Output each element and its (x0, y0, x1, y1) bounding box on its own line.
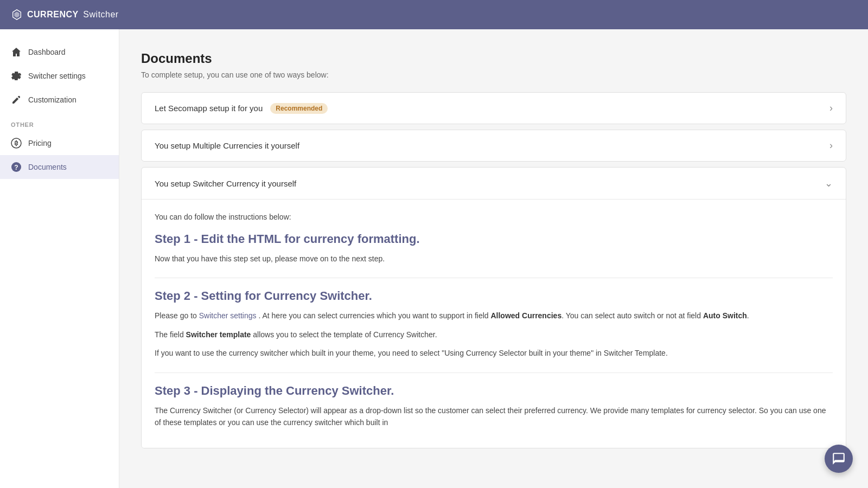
sidebar-item-switcher-settings[interactable]: Switcher settings (0, 64, 119, 88)
accordion-secomapp-left: Let Secomapp setup it for you Recommende… (155, 103, 328, 114)
chevron-down-icon: ⌄ (825, 177, 833, 189)
page-title: Documents (141, 51, 846, 66)
accordion-switcher-currency-header[interactable]: You setup Switcher Currency it yourself … (142, 168, 846, 199)
step3-title: Step 3 - Displaying the Currency Switche… (155, 384, 833, 398)
step-divider-2 (155, 373, 833, 373)
step1-paragraph-1: Now that you have this step set up, plea… (155, 253, 833, 265)
sidebar-section-other: OTHER (0, 112, 119, 131)
pen-icon (11, 94, 22, 105)
step1-title: Step 1 - Edit the HTML for currency form… (155, 232, 833, 246)
topbar: CURRENCY Switcher (0, 0, 868, 29)
sidebar-item-customization-label: Customization (28, 95, 76, 104)
sidebar-item-customization[interactable]: Customization (0, 88, 119, 112)
home-icon (11, 47, 22, 57)
dollar-icon (11, 138, 22, 149)
sidebar-item-pricing[interactable]: Pricing (0, 131, 119, 155)
step2-paragraph-2: The field Switcher template allows you t… (155, 329, 833, 341)
accordion-secomapp: Let Secomapp setup it for you Recommende… (141, 92, 846, 124)
sidebar: Dashboard Switcher settings Customizatio… (0, 29, 119, 488)
question-icon: ? (11, 162, 22, 172)
accordion-multiple-currencies: You setup Multiple Currencies it yoursel… (141, 130, 846, 162)
step2-paragraph-3: If you want to use the currency switcher… (155, 347, 833, 359)
step2-paragraph-1: Please go to Switcher settings . At here… (155, 310, 833, 322)
accordion-multiple-currencies-label: You setup Multiple Currencies it yoursel… (155, 141, 299, 150)
app-logo[interactable]: CURRENCY Switcher (11, 9, 119, 21)
accordion-secomapp-label: Let Secomapp setup it for you (155, 104, 263, 113)
accordion-multiple-currencies-left: You setup Multiple Currencies it yoursel… (155, 141, 299, 150)
logo-currency-text: CURRENCY (27, 10, 78, 19)
accordion-multiple-currencies-header[interactable]: You setup Multiple Currencies it yoursel… (142, 130, 846, 161)
accordion-secomapp-header[interactable]: Let Secomapp setup it for you Recommende… (142, 93, 846, 124)
recommended-badge: Recommended (270, 103, 328, 114)
accordion-intro-text: You can do follow the instructions below… (155, 213, 833, 221)
step-divider-1 (155, 278, 833, 278)
sidebar-item-documents[interactable]: ? Documents (0, 155, 119, 179)
layout: Dashboard Switcher settings Customizatio… (0, 29, 868, 488)
chat-button[interactable] (825, 445, 853, 473)
sidebar-item-dashboard-label: Dashboard (28, 48, 66, 56)
logo-switcher-text: Switcher (83, 10, 118, 19)
chevron-right-icon-2: › (829, 140, 833, 151)
settings-icon (11, 70, 22, 81)
accordion-switcher-currency-left: You setup Switcher Currency it yourself (155, 179, 296, 188)
step3-paragraph-1: The Currency Switcher (or Currency Selec… (155, 404, 833, 429)
accordion-switcher-currency: You setup Switcher Currency it yourself … (141, 167, 846, 448)
switcher-settings-link[interactable]: Switcher settings (199, 311, 257, 320)
sidebar-item-dashboard[interactable]: Dashboard (0, 40, 119, 64)
sidebar-item-switcher-settings-label: Switcher settings (28, 72, 86, 80)
chevron-right-icon: › (829, 102, 833, 114)
accordion-switcher-currency-content: You can do follow the instructions below… (142, 199, 846, 448)
main-content: Documents To complete setup, you can use… (119, 29, 868, 488)
svg-text:?: ? (14, 164, 18, 171)
step2-title: Step 2 - Setting for Currency Switcher. (155, 289, 833, 303)
sidebar-item-documents-label: Documents (28, 163, 67, 171)
sidebar-item-pricing-label: Pricing (28, 139, 52, 147)
page-subtitle: To complete setup, you can use one of tw… (141, 70, 846, 79)
svg-marker-1 (14, 12, 19, 18)
accordion-switcher-currency-label: You setup Switcher Currency it yourself (155, 179, 296, 188)
